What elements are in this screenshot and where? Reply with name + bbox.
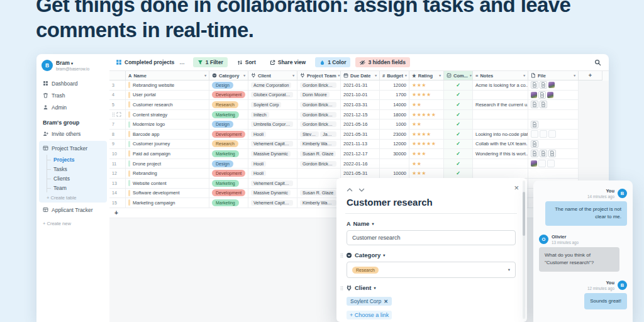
rating-cell: ★★ bbox=[409, 159, 444, 169]
table-row[interactable]: 12RebrandingDevelopmentHooli2021-05-3110… bbox=[109, 169, 609, 179]
client-chip: Globex Corporation bbox=[251, 92, 293, 97]
file-doc-icon[interactable] bbox=[548, 150, 556, 157]
file-doc-icon[interactable] bbox=[531, 101, 538, 108]
file-placeholder[interactable] bbox=[548, 130, 556, 138]
column-header-budget[interactable]: #Budget▾ bbox=[380, 71, 409, 80]
sidebar-item-clients[interactable]: Clients bbox=[47, 174, 104, 183]
share-view-button[interactable]: Share view bbox=[265, 57, 310, 67]
file-placeholder[interactable] bbox=[531, 130, 538, 138]
column-header-due-date[interactable]: Due Date▾ bbox=[341, 71, 380, 80]
column-header-category[interactable]: Category▾ bbox=[209, 71, 248, 80]
chevron-down-icon: ▾ bbox=[204, 74, 206, 77]
chevron-down-icon[interactable] bbox=[358, 184, 365, 191]
client-cell: Acme Corporation bbox=[248, 80, 297, 91]
view-switcher[interactable]: Completed projects bbox=[116, 59, 174, 65]
remove-link-icon[interactable]: ✕ bbox=[384, 299, 388, 304]
sidebar-item-team[interactable]: Team bbox=[47, 183, 104, 192]
row-drag-handle[interactable] bbox=[112, 112, 115, 118]
column-header-client[interactable]: Client▾ bbox=[248, 71, 297, 80]
comment: You14 minutes agoBThe name of the projec… bbox=[539, 188, 627, 226]
file-placeholder[interactable] bbox=[547, 160, 555, 167]
rating-field-icon: ★ bbox=[412, 73, 416, 79]
file-doc-icon[interactable] bbox=[531, 140, 538, 148]
name-field-label[interactable]: A Name ▾ bbox=[347, 220, 516, 227]
user-menu[interactable]: Bram ▾ bbox=[56, 60, 89, 66]
category-pill: Design bbox=[212, 82, 233, 89]
completed-cell: ✓ bbox=[444, 169, 473, 179]
sidebar-item-projects[interactable]: Projects bbox=[47, 155, 104, 164]
sidebar-item-admin[interactable]: Admin bbox=[42, 101, 104, 113]
create-table-button[interactable]: + Create table bbox=[42, 193, 104, 201]
table-row[interactable]: 10Paid ad campaignMarketingMassive Dynam… bbox=[109, 149, 609, 159]
rating-cell: ★★★ bbox=[409, 149, 444, 159]
table-row[interactable]: 11Drone projectDesignHooliGordon Brickho… bbox=[109, 159, 609, 169]
table-row[interactable]: Content strategyMarketingInitechGordon B… bbox=[109, 110, 609, 120]
table-item[interactable]: Project Tracker bbox=[42, 142, 104, 154]
file-placeholder[interactable] bbox=[540, 130, 547, 138]
category-pill: Marketing bbox=[212, 150, 239, 157]
table-row[interactable]: 7Modernize logoDesignUmbrella Corporatio… bbox=[109, 119, 609, 130]
file-doc-icon[interactable] bbox=[531, 150, 538, 157]
table-row[interactable]: 9Customer journeyResearchVehement Capita… bbox=[109, 140, 609, 150]
column-header-file[interactable]: File▾ bbox=[528, 71, 579, 80]
file-doc-icon[interactable] bbox=[538, 91, 546, 99]
drag-handle-icon[interactable] bbox=[340, 285, 343, 291]
single-select-icon bbox=[346, 252, 352, 258]
column-header-project-team[interactable]: Project Team▾ bbox=[297, 71, 341, 80]
sidebar-item-trash[interactable]: Trash bbox=[42, 89, 104, 101]
client-chip: Massive Dynamic bbox=[251, 190, 291, 196]
chevron-up-icon[interactable] bbox=[347, 184, 353, 191]
expand-row-icon[interactable] bbox=[116, 112, 121, 117]
color-button[interactable]: 1 Color bbox=[315, 57, 350, 67]
category-field-label[interactable]: Category ▾ bbox=[347, 252, 516, 258]
file-image-thumb[interactable] bbox=[531, 160, 537, 167]
table-row[interactable]: 3Rebranding websiteDesignAcme Corporatio… bbox=[109, 80, 609, 91]
client-field-text: Client bbox=[355, 284, 371, 291]
table-header: AName▾Category▾Client▾Project Team▾Due D… bbox=[109, 71, 609, 80]
hidden-fields-button[interactable]: 3 hidden fields bbox=[355, 57, 410, 67]
file-placeholder[interactable] bbox=[538, 160, 546, 167]
table-row[interactable]: 8Barcode appDevelopmentHooliSteve GrayJa… bbox=[109, 130, 609, 140]
file-doc-icon[interactable] bbox=[540, 101, 547, 108]
comment-bubble: What do you think of "Customer research"… bbox=[539, 247, 619, 272]
create-new-button[interactable]: + Create new bbox=[42, 221, 104, 226]
filter-button[interactable]: 1 Filter bbox=[193, 57, 228, 67]
file-image-thumb[interactable] bbox=[531, 92, 537, 98]
scrollbar-thumb[interactable] bbox=[523, 192, 525, 236]
file-doc-icon[interactable] bbox=[540, 150, 547, 157]
budget-cell: 18000 bbox=[380, 110, 409, 120]
sort-button[interactable]: Sort bbox=[233, 57, 260, 67]
table-row[interactable]: 5Customer researchResearchSoylent CorpGo… bbox=[109, 100, 609, 110]
file-image-thumb[interactable] bbox=[547, 92, 553, 98]
search-icon[interactable] bbox=[594, 59, 601, 66]
table-item[interactable]: Applicant Tracker bbox=[42, 204, 104, 216]
sidebar-item-dashboard[interactable]: Dashboard bbox=[42, 77, 104, 89]
choose-link-button[interactable]: + Choose a link bbox=[347, 311, 392, 319]
comment-bubble: Sounds great! bbox=[584, 293, 627, 309]
sidebar-item-invite-others[interactable]: Invite others bbox=[42, 128, 104, 140]
client-field-label[interactable]: Client ▾ bbox=[347, 284, 516, 291]
filter-label: 1 Filter bbox=[206, 59, 223, 65]
client-link-pill[interactable]: Soylent Corp ✕ bbox=[347, 297, 392, 306]
file-doc-icon[interactable] bbox=[531, 121, 538, 128]
drag-handle-icon[interactable] bbox=[340, 252, 343, 258]
category-select[interactable]: Research ▾ bbox=[347, 262, 516, 278]
table-row[interactable]: 4User portalDevelopmentGlobex Corporatio… bbox=[109, 91, 609, 101]
view-more-icon[interactable]: … bbox=[179, 59, 186, 65]
add-column-button[interactable]: + bbox=[579, 71, 602, 80]
close-icon[interactable]: × bbox=[514, 183, 519, 192]
dashboard-icon bbox=[43, 80, 48, 86]
column-header-rating[interactable]: ★Rating▾ bbox=[409, 71, 444, 80]
check-icon: ✓ bbox=[456, 121, 460, 127]
hidden-fields-label: 3 hidden fields bbox=[368, 59, 406, 65]
user-profile[interactable]: B Bram ▾ bram@baserow.io bbox=[42, 60, 104, 71]
column-header-notes[interactable]: ≡Notes▾ bbox=[473, 71, 528, 80]
file-doc-icon[interactable] bbox=[540, 81, 547, 89]
column-header-com-[interactable]: Com...▾ bbox=[444, 71, 473, 80]
name-input[interactable] bbox=[347, 230, 516, 245]
sidebar-item-tasks[interactable]: Tasks bbox=[47, 164, 104, 174]
file-image-thumb[interactable] bbox=[548, 82, 555, 88]
column-header-name[interactable]: AName▾ bbox=[126, 71, 209, 80]
file-doc-icon[interactable] bbox=[531, 81, 538, 89]
avatar[interactable]: B bbox=[42, 60, 53, 71]
